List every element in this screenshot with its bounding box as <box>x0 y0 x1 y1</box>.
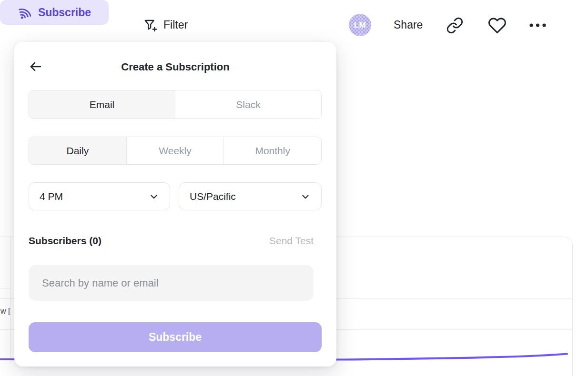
timezone-select[interactable]: US/Pacific <box>179 182 322 210</box>
subscribers-count-label: Subscribers (0) <box>29 235 101 247</box>
chevron-down-icon <box>300 191 311 202</box>
avatar[interactable]: LM <box>349 14 371 36</box>
filter-plus-icon <box>143 18 158 32</box>
timezone-select-value: US/Pacific <box>190 191 236 202</box>
background-clipped-text: w [ <box>0 307 10 316</box>
subscribe-submit-button[interactable]: Subscribe <box>29 322 322 352</box>
background-table-divider <box>0 288 10 288</box>
subscribers-row: Subscribers (0) Send Test <box>29 233 314 248</box>
ellipsis-icon <box>529 23 547 28</box>
share-label: Share <box>394 19 423 31</box>
modal-title: Create a Subscription <box>14 61 336 73</box>
create-subscription-modal: Create a Subscription Email Slack Daily … <box>14 42 336 366</box>
time-select[interactable]: 4 PM <box>29 182 170 210</box>
more-options-button[interactable] <box>528 20 547 30</box>
tab-monthly[interactable]: Monthly <box>223 137 321 164</box>
rss-icon <box>18 5 32 20</box>
copy-link-button[interactable] <box>445 16 464 35</box>
channel-tab-group: Email Slack <box>29 90 322 119</box>
tab-daily[interactable]: Daily <box>29 137 126 164</box>
tab-weekly[interactable]: Weekly <box>126 137 224 164</box>
subscriber-search-input[interactable] <box>29 265 314 301</box>
background-table-border <box>10 237 11 363</box>
send-test-button[interactable]: Send Test <box>269 235 314 247</box>
subscribe-toolbar-button[interactable]: Subscribe <box>0 0 109 25</box>
favorite-button[interactable] <box>487 15 507 35</box>
frequency-tab-group: Daily Weekly Monthly <box>29 137 322 165</box>
filter-button[interactable]: Filter <box>143 15 188 35</box>
filter-label: Filter <box>163 19 188 31</box>
share-button[interactable]: Share <box>394 15 423 35</box>
heart-icon <box>488 16 507 35</box>
link-icon <box>446 17 464 34</box>
tab-slack[interactable]: Slack <box>175 90 321 119</box>
subscribe-label: Subscribe <box>38 6 91 19</box>
chevron-down-icon <box>149 191 159 202</box>
tab-email[interactable]: Email <box>29 90 175 119</box>
time-select-value: 4 PM <box>40 191 63 202</box>
avatar-initials: LM <box>354 20 366 30</box>
